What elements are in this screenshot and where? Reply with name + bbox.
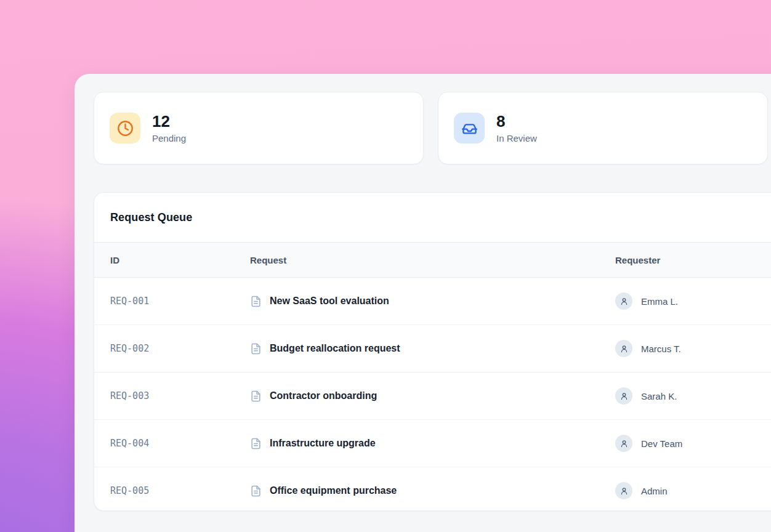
stat-text-pending: 12 Pending xyxy=(152,112,186,145)
file-text-icon xyxy=(250,296,262,307)
request-id: REQ-004 xyxy=(110,438,250,449)
table-header-row: ID Request Requester xyxy=(94,242,771,278)
pending-label: Pending xyxy=(152,132,186,145)
requester-cell: Emma L. xyxy=(615,292,771,310)
column-header-requester: Requester xyxy=(615,255,771,265)
inbox-icon xyxy=(454,113,485,143)
table-row[interactable]: REQ-005 Office equipment purchase Admin xyxy=(94,467,771,511)
requester-name: Emma L. xyxy=(641,296,678,307)
stats-row: 12 Pending 8 In Review xyxy=(94,92,768,164)
stat-card-pending: 12 Pending xyxy=(94,92,424,164)
column-header-request: Request xyxy=(250,255,615,265)
request-id: REQ-001 xyxy=(110,296,250,307)
request-cell: Contractor onboarding xyxy=(250,390,615,402)
app-background: { "colors": { "background_pink": "#fbaed… xyxy=(0,0,771,532)
user-icon xyxy=(615,340,632,357)
request-id: REQ-005 xyxy=(110,485,250,496)
table-title: Request Queue xyxy=(110,211,192,224)
request-title: Office equipment purchase xyxy=(270,485,397,496)
request-queue-card: Request Queue ID Request Requester REQ-0… xyxy=(94,192,771,511)
request-title: Contractor onboarding xyxy=(270,390,377,401)
requester-cell: Marcus T. xyxy=(615,340,771,357)
request-title: Budget reallocation request xyxy=(270,343,400,354)
request-cell: Office equipment purchase xyxy=(250,485,615,497)
request-cell: Budget reallocation request xyxy=(250,343,615,355)
request-title: New SaaS tool evaluation xyxy=(270,296,389,307)
request-id: REQ-002 xyxy=(110,343,250,354)
request-table-body: REQ-001 New SaaS tool evaluation Emma L. xyxy=(94,278,771,511)
requester-cell: Dev Team xyxy=(615,435,771,452)
stat-card-in-review: 8 In Review xyxy=(438,92,768,164)
file-text-icon xyxy=(250,485,262,497)
in-review-count: 8 xyxy=(496,112,537,131)
table-row[interactable]: REQ-003 Contractor onboarding Sarah K. xyxy=(94,372,771,419)
user-icon xyxy=(615,292,632,310)
request-cell: New SaaS tool evaluation xyxy=(250,296,615,307)
requester-cell: Admin xyxy=(615,482,771,499)
table-row[interactable]: REQ-004 Infrastructure upgrade Dev Team xyxy=(94,419,771,467)
table-row[interactable]: REQ-001 New SaaS tool evaluation Emma L. xyxy=(94,278,771,324)
request-cell: Infrastructure upgrade xyxy=(250,438,615,449)
requester-name: Marcus T. xyxy=(641,344,681,354)
stat-text-in-review: 8 In Review xyxy=(496,112,537,145)
table-title-bar: Request Queue xyxy=(94,193,771,242)
user-icon xyxy=(615,387,632,405)
user-icon xyxy=(615,482,632,499)
user-icon xyxy=(615,435,632,452)
request-id: REQ-003 xyxy=(110,390,250,401)
requester-name: Sarah K. xyxy=(641,391,677,401)
table-row[interactable]: REQ-002 Budget reallocation request Marc… xyxy=(94,324,771,372)
file-text-icon xyxy=(250,343,262,355)
clock-icon xyxy=(110,113,140,143)
requester-cell: Sarah K. xyxy=(615,387,771,405)
column-header-id: ID xyxy=(110,255,250,265)
pending-count: 12 xyxy=(152,112,186,131)
in-review-label: In Review xyxy=(496,132,537,145)
request-title: Infrastructure upgrade xyxy=(270,438,376,449)
requester-name: Dev Team xyxy=(641,438,682,449)
file-text-icon xyxy=(250,438,262,449)
requester-name: Admin xyxy=(641,486,668,496)
main-panel: 12 Pending 8 In Review Request Queue ID … xyxy=(75,74,771,532)
file-text-icon xyxy=(250,390,262,402)
